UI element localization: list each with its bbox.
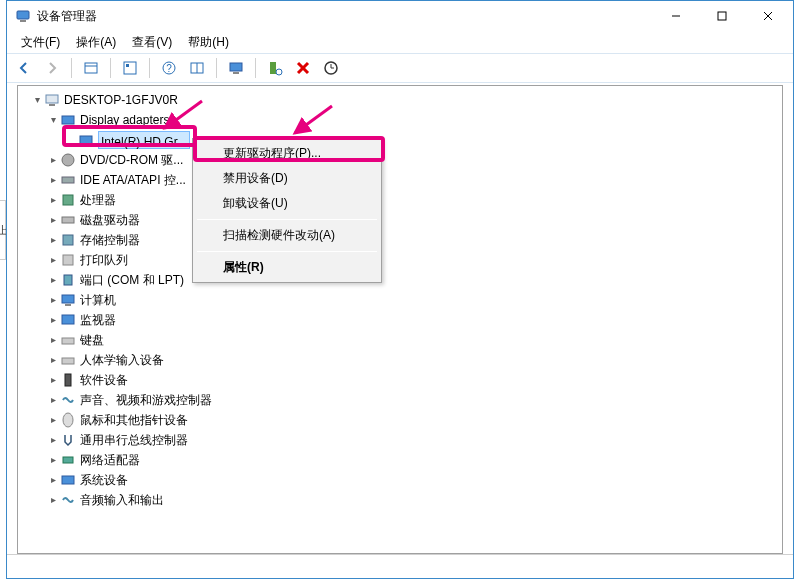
device-tree-pane[interactable]: ▾ DESKTOP-1GFJV0R ▾ Display adapters Int… <box>17 85 783 554</box>
minimize-button[interactable] <box>653 1 699 31</box>
tree-root[interactable]: ▾ DESKTOP-1GFJV0R <box>18 90 782 110</box>
expand-icon[interactable]: ▸ <box>46 350 60 370</box>
expand-icon[interactable]: ▸ <box>46 490 60 510</box>
menu-help[interactable]: 帮助(H) <box>180 32 237 53</box>
tree-category[interactable]: ▸系统设备 <box>18 470 782 490</box>
tree-category[interactable]: ▸键盘 <box>18 330 782 350</box>
menu-file[interactable]: 文件(F) <box>13 32 68 53</box>
update-button[interactable] <box>320 57 342 79</box>
tree-category[interactable]: ▸声音、视频和游戏控制器 <box>18 390 782 410</box>
help-button[interactable]: ? <box>158 57 180 79</box>
display-adapter-icon <box>60 112 76 128</box>
svg-point-25 <box>62 154 74 166</box>
scan-button[interactable] <box>264 57 286 79</box>
expand-icon[interactable]: ▸ <box>46 290 60 310</box>
tree-category[interactable]: ▸打印队列 <box>18 250 782 270</box>
tree-category[interactable]: ▸鼠标和其他指针设备 <box>18 410 782 430</box>
tree-category[interactable]: ▸通用串行总线控制器 <box>18 430 782 450</box>
root-label: DESKTOP-1GFJV0R <box>64 90 178 110</box>
tree-category[interactable]: ▸网络适配器 <box>18 450 782 470</box>
ctx-uninstall[interactable]: 卸载设备(U) <box>195 191 379 216</box>
svg-rect-40 <box>62 476 74 484</box>
svg-rect-28 <box>62 217 74 223</box>
remove-button[interactable] <box>292 57 314 79</box>
tree-category[interactable]: ▸端口 (COM 和 LPT) <box>18 270 782 290</box>
category-label: 声音、视频和游戏控制器 <box>80 390 212 410</box>
svg-rect-14 <box>230 63 242 71</box>
context-menu: 更新驱动程序(P)... 禁用设备(D) 卸载设备(U) 扫描检测硬件改动(A)… <box>192 138 382 283</box>
category-icon <box>60 232 76 248</box>
ctx-disable[interactable]: 禁用设备(D) <box>195 166 379 191</box>
svg-text:?: ? <box>166 63 172 74</box>
svg-rect-16 <box>270 62 276 74</box>
view-button[interactable] <box>186 57 208 79</box>
svg-rect-9 <box>126 64 129 67</box>
display-adapter-icon <box>78 132 94 148</box>
expand-icon[interactable]: ▸ <box>46 170 60 190</box>
category-label: 系统设备 <box>80 470 128 490</box>
svg-rect-1 <box>20 20 26 22</box>
tree-category[interactable]: ▸人体学输入设备 <box>18 350 782 370</box>
category-icon <box>60 212 76 228</box>
expand-icon[interactable]: ▸ <box>46 270 60 290</box>
category-label: 存储控制器 <box>80 230 140 250</box>
expand-icon[interactable]: ▸ <box>46 430 60 450</box>
separator <box>110 58 111 78</box>
tree-category[interactable]: ▸磁盘驱动器 <box>18 210 782 230</box>
category-icon <box>60 152 76 168</box>
expand-icon[interactable]: ▸ <box>46 150 60 170</box>
collapse-icon[interactable]: ▾ <box>46 110 60 130</box>
title-bar[interactable]: 设备管理器 <box>7 1 793 31</box>
back-button[interactable] <box>13 57 35 79</box>
computer-button[interactable] <box>225 57 247 79</box>
tree-category[interactable]: ▸处理器 <box>18 190 782 210</box>
expand-icon[interactable]: ▸ <box>46 450 60 470</box>
category-icon <box>60 192 76 208</box>
expand-icon[interactable]: ▸ <box>46 250 60 270</box>
category-icon <box>60 292 76 308</box>
tree-category[interactable]: ▸DVD/CD-ROM 驱... <box>18 150 782 170</box>
tree-category[interactable]: ▸计算机 <box>18 290 782 310</box>
menu-view[interactable]: 查看(V) <box>124 32 180 53</box>
category-icon <box>60 332 76 348</box>
ctx-properties[interactable]: 属性(R) <box>195 255 379 280</box>
category-icon <box>60 392 76 408</box>
svg-point-38 <box>63 413 73 427</box>
tree-category[interactable]: ▸监视器 <box>18 310 782 330</box>
ctx-scan-changes[interactable]: 扫描检测硬件改动(A) <box>195 223 379 248</box>
svg-rect-39 <box>63 457 73 463</box>
svg-rect-23 <box>62 116 74 124</box>
tree-category[interactable]: ▸音频输入和输出 <box>18 490 782 510</box>
expand-icon[interactable]: ▸ <box>46 330 60 350</box>
expand-icon[interactable]: ▸ <box>46 310 60 330</box>
collapse-icon[interactable]: ▾ <box>30 90 44 110</box>
tree-category[interactable]: ▸存储控制器 <box>18 230 782 250</box>
expand-icon[interactable]: ▸ <box>46 210 60 230</box>
category-icon <box>60 352 76 368</box>
category-icon <box>60 452 76 468</box>
properties-button[interactable] <box>119 57 141 79</box>
expand-icon[interactable]: ▸ <box>46 230 60 250</box>
expand-icon[interactable]: ▸ <box>46 370 60 390</box>
expand-icon[interactable]: ▸ <box>46 410 60 430</box>
expand-icon[interactable]: ▸ <box>46 390 60 410</box>
separator <box>149 58 150 78</box>
svg-rect-15 <box>233 72 239 74</box>
category-label: 网络适配器 <box>80 450 140 470</box>
ctx-update-driver[interactable]: 更新驱动程序(P)... <box>195 141 379 166</box>
category-label: 通用串行总线控制器 <box>80 430 188 450</box>
menu-action[interactable]: 操作(A) <box>68 32 124 53</box>
tree-category[interactable]: ▸IDE ATA/ATAPI 控... <box>18 170 782 190</box>
tree-category[interactable]: ▸软件设备 <box>18 370 782 390</box>
close-button[interactable] <box>745 1 791 31</box>
tree-category-display-adapters[interactable]: ▾ Display adapters <box>18 110 782 130</box>
maximize-button[interactable] <box>699 1 745 31</box>
expand-icon[interactable]: ▸ <box>46 190 60 210</box>
app-icon <box>15 8 31 24</box>
forward-button[interactable] <box>41 57 63 79</box>
show-hide-button[interactable] <box>80 57 102 79</box>
expand-icon[interactable]: ▸ <box>46 470 60 490</box>
tree-device-intel-hd[interactable]: Intel(R) HD Gr... <box>18 130 782 150</box>
device-manager-window: 设备管理器 文件(F) 操作(A) 查看(V) 帮助(H) ? <box>6 0 794 579</box>
category-icon <box>60 372 76 388</box>
